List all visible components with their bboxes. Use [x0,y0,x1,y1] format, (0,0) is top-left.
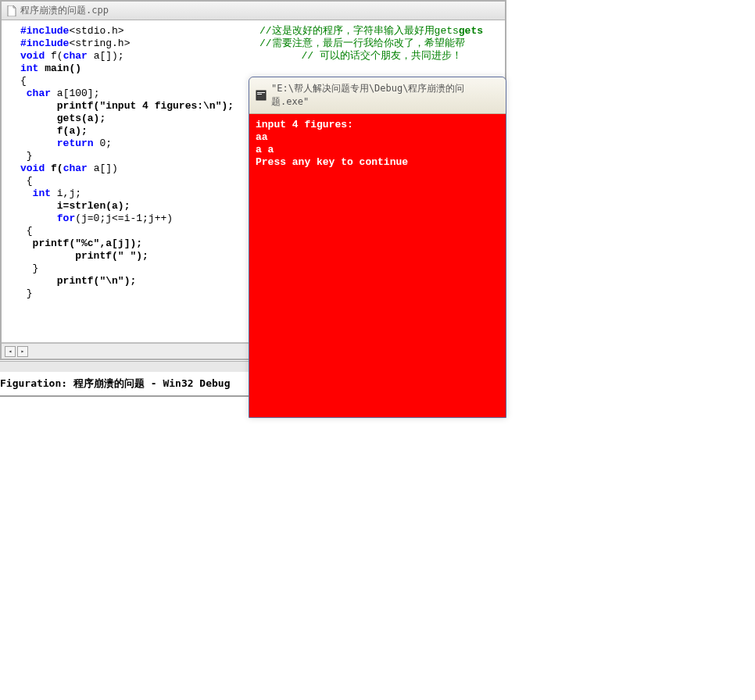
code-text: f(a); [57,125,88,137]
code-text: printf("%c",a[j]); [33,238,142,249]
code-keyword: int [33,188,51,199]
code-text: gets(a); [57,112,106,124]
code-keyword: char [63,162,88,174]
code-text: { [20,175,33,187]
svg-rect-2 [257,94,262,95]
console-line: aa [256,131,268,143]
code-text: i,j; [51,188,81,199]
code-keyword: #include [20,38,69,49]
app-icon [256,90,267,101]
console-body[interactable]: input 4 figures: aa a a Press any key to… [249,114,506,417]
console-line: input 4 figures: [256,119,353,130]
code-keyword: void [20,50,45,62]
code-text: { [20,75,27,87]
code-text: (j=0;j<=i-1;j++) [75,212,173,224]
code-text: } [20,262,38,274]
code-keyword: for [57,212,75,224]
console-line: a a [256,144,274,155]
console-title: "E:\帮人解决问题专用\Debug\程序崩溃的问题.exe" [271,82,499,109]
code-text: 0; [94,138,112,149]
svg-rect-1 [257,92,265,93]
console-window[interactable]: "E:\帮人解决问题专用\Debug\程序崩溃的问题.exe" input 4 … [249,77,506,418]
code-text: f( [45,162,63,174]
code-comment: //这是改好的程序，字符串输入最好用getsgets [259,25,483,38]
code-text: <string.h> [69,38,130,49]
code-text: f( [45,50,63,62]
file-icon [6,5,17,16]
code-keyword: char [63,50,88,62]
code-text: a[]) [88,162,118,174]
code-text: printf(" "); [75,250,148,262]
code-keyword: return [57,138,94,149]
code-text: main() [38,62,81,74]
code-text: } [20,150,33,162]
editor-title: 程序崩溃的问题.cpp [20,4,109,17]
editor-titlebar[interactable]: 程序崩溃的问题.cpp [2,2,505,20]
code-text: a[100]; [51,88,99,99]
console-titlebar[interactable]: "E:\帮人解决问题专用\Debug\程序崩溃的问题.exe" [249,77,506,114]
scroll-left-button[interactable]: ◂ [5,346,16,357]
code-text: { [20,225,33,237]
console-line: Press any key to continue [256,156,408,168]
code-text: a[]); [88,50,124,62]
code-text: printf("input 4 figures:\n"); [57,100,234,112]
code-text: } [20,288,33,299]
code-keyword: #include [20,25,69,37]
svg-rect-0 [256,91,266,100]
code-keyword: char [27,88,51,99]
code-comment: //需要注意，最后一行我给你改了，希望能帮 [259,38,465,50]
code-text: printf("\n"); [57,275,136,287]
code-comment: // 可以的话交个朋友，共同进步！ [283,50,462,62]
code-keyword: int [20,62,38,74]
code-keyword: void [20,162,45,174]
scroll-right-button[interactable]: ▸ [17,346,28,357]
build-output-text: Figuration: 程序崩溃的问题 - Win32 Debug [0,377,231,389]
code-text: <stdio.h> [69,25,123,37]
code-text: i=strlen(a); [57,200,131,212]
